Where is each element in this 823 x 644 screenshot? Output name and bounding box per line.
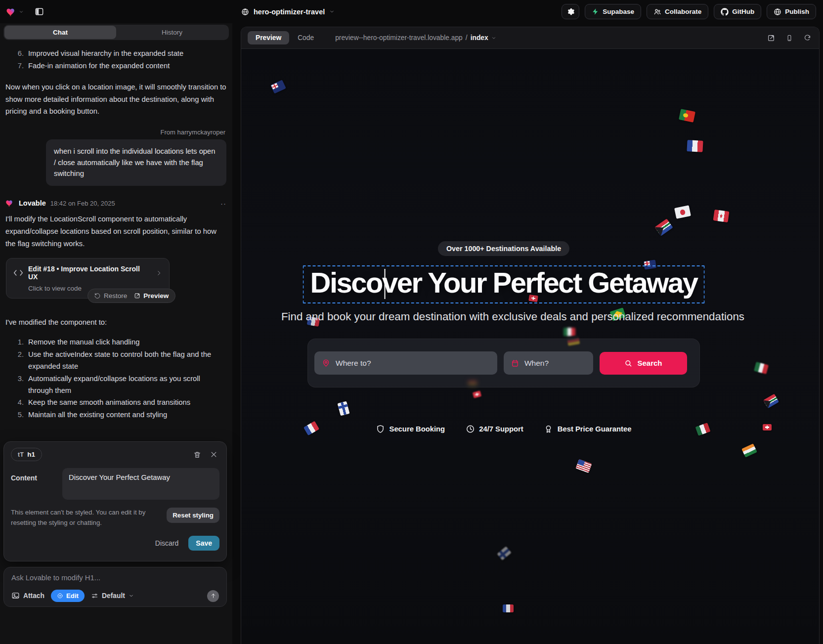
globe-icon [774,8,781,16]
user-message-sender: From harrymckayroper [5,129,225,136]
list-item: 6. Improved visual hierarchy in the expa… [5,48,226,60]
list-item: 1.Remove the manual click handling [5,337,226,348]
destinations-badge: Over 1000+ Destinations Available [438,241,569,256]
styling-note: This element can't be styled. You can ed… [11,508,159,528]
mode-selector[interactable]: Default [91,592,134,600]
restore-icon [94,293,101,299]
tab-chat[interactable]: Chat [4,26,116,39]
trust-badges: Secure Booking 24/7 Support Best Price G… [376,425,632,433]
edit-version-card[interactable]: Edit #18 • Improve Location Scroll UX Cl… [6,258,170,299]
send-button[interactable] [207,590,219,602]
lovable-heart-icon [6,6,17,17]
clock-icon [466,425,475,433]
edit-card-title: Edit #18 • Improve Location Scroll UX [28,265,151,281]
search-button[interactable]: Search [600,352,687,375]
arrow-up-icon [210,593,217,599]
chat-sidebar: Chat History 6. Improved visual hierarch… [0,23,232,644]
tab-code[interactable]: Code [298,34,314,42]
users-icon [653,8,661,16]
chat-input-panel: Ask Lovable to modify H1... Attach Edit … [3,567,227,607]
close-panel-button[interactable] [208,449,219,460]
preview-toolbar: Preview Code preview--hero-optimizer-tra… [241,27,819,49]
github-button[interactable]: GitHub [714,4,761,19]
settings-button[interactable] [562,4,579,19]
calendar-icon [511,359,519,367]
sidebar-toggle-button[interactable] [32,4,46,19]
lovable-heart-icon [5,199,14,208]
reset-styling-button[interactable]: Reset styling [167,508,219,523]
globe-icon [241,8,249,16]
sliders-icon [91,592,98,600]
tab-preview[interactable]: Preview [248,31,289,44]
edit-mode-button[interactable]: Edit [51,590,85,602]
delete-element-button[interactable] [191,449,203,461]
mobile-view-button[interactable] [786,34,793,42]
assistant-paragraph: Now when you click on a location image, … [5,81,226,118]
version-actions-pill: Restore Preview [87,289,175,303]
supabase-button[interactable]: Supabase [585,4,641,19]
trust-item-support: 24/7 Support [466,425,523,433]
chevron-down-icon [129,593,134,599]
chat-message-list[interactable]: 6. Improved visual hierarchy in the expa… [0,43,232,461]
trust-item-price: Best Price Guarantee [544,425,632,433]
message-menu-button[interactable]: ·· [220,199,226,208]
project-name: hero-optimizer-travel [254,8,325,16]
attach-button[interactable]: Attach [11,592,44,600]
assistant-name: Lovable [19,199,46,207]
content-field-label: Content [11,468,56,500]
supabase-bolt-icon [592,8,599,15]
target-icon [57,593,63,599]
list-item: 4.Keep the same smooth animations and tr… [5,397,226,409]
assistant-message-header: Lovable 18:42 on Feb 20, 2025 ·· [5,199,226,208]
list-item: 2.Use the activeIndex state to control b… [5,349,226,373]
text-caret [385,269,386,299]
discard-button[interactable]: Discard [155,539,178,547]
search-icon [624,359,632,367]
chat-input[interactable]: Ask Lovable to modify H1... [11,574,219,582]
lovable-logo-menu[interactable] [6,6,24,17]
hero-title[interactable]: Discover Your Perfect Getaway [310,267,697,299]
trash-icon [193,451,201,459]
element-editor-panel: tT h1 Content Discover Your Perfect Geta… [3,441,227,561]
gear-icon [566,7,575,16]
restore-button[interactable]: Restore [94,292,127,300]
chevron-down-icon [19,9,24,14]
when-input[interactable]: When? [504,351,593,375]
preview-url[interactable]: preview--hero-optimizer-travel.lovable.a… [335,34,496,42]
search-panel: Where to? When? Search [307,339,700,387]
close-icon [210,451,217,458]
list-item: 3.Automatically expand/collapse location… [5,373,226,397]
save-button[interactable]: Save [188,536,219,551]
where-to-input[interactable]: Where to? [314,351,497,375]
publish-button[interactable]: Publish [767,4,816,19]
content-input[interactable]: Discover Your Perfect Getaway [62,468,219,500]
tab-history[interactable]: History [116,26,228,39]
message-timestamp: 18:42 on Feb 20, 2025 [50,200,115,207]
shield-icon [376,425,385,433]
assistant-paragraph: I'll modify the LocationScroll component… [5,213,226,250]
hero-section: Over 1000+ Destinations Available Discov… [241,49,766,644]
refresh-button[interactable] [804,34,811,42]
selected-heading-outline[interactable]: Discover Your Perfect Getaway [303,265,705,303]
element-tag-pill[interactable]: tT h1 [11,448,42,461]
code-icon [13,269,23,276]
user-message-bubble: when i scroll into the individual locati… [46,139,226,186]
hero-subtitle: Find and book your dream destination wit… [281,310,726,323]
sidebar-tabs: Chat History [3,25,229,40]
preview-version-button[interactable]: Preview [134,292,169,300]
app-header: hero-optimizer-travel Supabase Collabora… [0,0,823,23]
external-link-icon [134,293,140,299]
award-icon [544,425,553,433]
list-item: 5.Maintain all the existing content and … [5,409,226,421]
assistant-paragraph: I've modified the component to: [5,316,226,329]
element-tag-label: h1 [27,451,35,458]
preview-viewport[interactable]: Over 1000+ Destinations Available Discov… [241,49,819,644]
chevron-down-icon [491,36,496,41]
list-item: 7. Fade-in animation for the expanded co… [5,60,226,72]
preview-panel: Preview Code preview--hero-optimizer-tra… [241,27,820,644]
project-switcher[interactable]: hero-optimizer-travel [241,0,335,23]
collaborate-button[interactable]: Collaborate [647,4,708,19]
github-icon [721,8,729,16]
text-type-icon: tT [18,451,24,458]
open-in-new-tab-button[interactable] [767,34,775,42]
